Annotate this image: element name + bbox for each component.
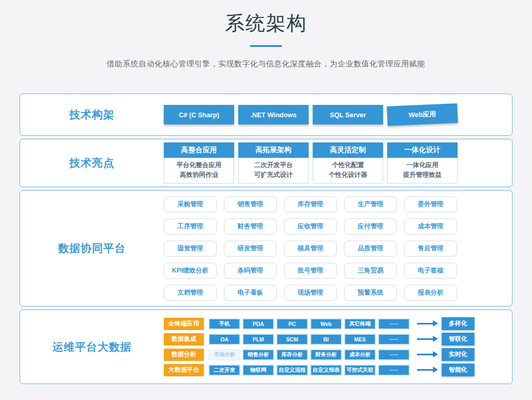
ops-row-analysis: 数据分析 市场分析 销售分析 库存分析 财务分析 成本分析 ····· 实时化 <box>164 348 474 361</box>
tech-button-web[interactable]: Web应用 <box>387 103 458 126</box>
highlight-card-line: 一体化应用 <box>388 160 457 170</box>
highlight-cards-row: 高整合应用 平台化整合应用 高效协同作业 高拓展架构 二次开发平台 可扩充式设计… <box>164 142 458 184</box>
module-pill-document[interactable]: 文档管理 <box>164 285 217 301</box>
ops-cell[interactable]: BI <box>310 334 342 345</box>
section-data-platform: 数据协同平台 采购管理 销售管理 库存管理 生产管理 委外管理 工序管理 财务管… <box>20 190 512 306</box>
ops-cell[interactable]: 自定义流程 <box>276 365 308 376</box>
highlight-card-line: 个性化设计器 <box>313 170 383 180</box>
section-label-data-platform: 数据协同平台 <box>20 241 164 256</box>
module-pill-report[interactable]: 报表分析 <box>404 285 457 301</box>
module-pill-warning[interactable]: 预警系统 <box>344 285 397 301</box>
ops-cell[interactable]: 自定义报表 <box>310 365 342 376</box>
module-pill-batch[interactable]: 批号管理 <box>284 263 337 279</box>
ops-tag: 大数据平台 <box>164 364 204 376</box>
module-pill-payable[interactable]: 应付管理 <box>344 219 397 234</box>
highlight-card: 一体化设计 一体化应用 提升管理效益 <box>387 142 458 184</box>
module-pill-barcode[interactable]: 条码管理 <box>224 263 277 279</box>
highlight-card-body: 个性化配置 个性化设计器 <box>313 158 383 184</box>
ops-cell[interactable]: 物联网 <box>242 365 274 376</box>
ops-cell[interactable]: 库存分析 <box>276 349 308 360</box>
highlight-card-title: 高灵活定制 <box>313 142 383 158</box>
tech-button-csharp[interactable]: C# (C Sharp) <box>164 105 234 124</box>
module-pill-kpi[interactable]: KPI绩效分析 <box>164 263 217 279</box>
section-label-highlights: 技术亮点 <box>20 156 164 170</box>
ops-rows: 全终端应用 手机 PDA PC Web 其它终端 ····· 多样化 数据集成 … <box>164 317 474 376</box>
ops-cell[interactable]: 财务分析 <box>310 349 342 360</box>
section-label-ops-bigdata: 运维平台大数据 <box>20 340 164 354</box>
ops-cell[interactable]: OA <box>208 334 240 345</box>
module-pill-cost[interactable]: 成本管理 <box>404 219 457 234</box>
section-ops-bigdata: 运维平台大数据 全终端应用 手机 PDA PC Web 其它终端 ····· 多… <box>20 310 512 384</box>
module-pill-mold[interactable]: 模具管理 <box>284 241 337 257</box>
section-tech-stack: 技术构架 C# (C Sharp) .NET Windows SQL Serve… <box>20 94 512 136</box>
ops-row-bigdata: 大数据平台 二次开发 物联网 自定义流程 自定义报表 可控式关联 ····· 智… <box>164 363 474 376</box>
highlight-card-title: 高拓展架构 <box>238 142 309 158</box>
ops-cell-faded[interactable]: 市场分析 <box>208 349 240 360</box>
section-label-tech-stack: 技术构架 <box>20 107 164 122</box>
highlight-card-body: 平台化整合应用 高效协同作业 <box>164 158 234 184</box>
highlight-card-line: 平台化整合应用 <box>164 160 234 170</box>
ops-cell[interactable]: PDA <box>242 318 274 330</box>
module-pill-triangle-trade[interactable]: 三角贸易 <box>344 263 397 279</box>
page-header: 系统架构 借助系统自动化核心管理引擎，实现数字化与信息化深度融合，为企业数值化管… <box>0 0 532 69</box>
ops-result-button[interactable]: 多样化 <box>442 317 474 330</box>
highlight-card-line: 个性化配置 <box>313 160 383 170</box>
ops-tag: 全终端应用 <box>164 318 204 330</box>
module-pill-process[interactable]: 工序管理 <box>164 219 217 234</box>
highlight-card: 高灵活定制 个性化配置 个性化设计器 <box>313 142 383 184</box>
highlight-card-body: 一体化应用 提升管理效益 <box>387 158 458 184</box>
module-pill-aftersales[interactable]: 售后管理 <box>404 241 457 257</box>
ops-cell-ellipsis: ····· <box>378 349 410 360</box>
ops-cell[interactable]: 其它终端 <box>344 318 376 330</box>
highlight-card: 高拓展架构 二次开发平台 可扩充式设计 <box>238 142 309 184</box>
module-pill-kanban[interactable]: 电子看板 <box>224 285 277 301</box>
right-arrow-icon <box>417 338 433 340</box>
ops-cell[interactable]: PC <box>276 318 308 330</box>
ops-tag: 数据集成 <box>164 333 204 346</box>
tech-button-sqlserver[interactable]: SQL Server <box>313 105 383 124</box>
highlight-card-title: 一体化设计 <box>387 142 458 158</box>
highlight-card: 高整合应用 平台化整合应用 高效协同作业 <box>164 142 234 184</box>
ops-cell-ellipsis: ····· <box>378 318 410 330</box>
ops-row-integration: 数据集成 OA PLM SCM BI MES ····· 智联化 <box>164 333 474 346</box>
module-pill-inventory[interactable]: 库存管理 <box>284 196 337 212</box>
ops-cell[interactable]: 手机 <box>208 318 240 330</box>
module-pill-finance[interactable]: 财务管理 <box>224 219 277 234</box>
section-highlights: 技术亮点 高整合应用 平台化整合应用 高效协同作业 高拓展架构 二次开发平台 可… <box>20 139 512 187</box>
module-grid: 采购管理 销售管理 库存管理 生产管理 委外管理 工序管理 财务管理 应收管理 … <box>164 196 457 301</box>
ops-cell[interactable]: SCM <box>276 334 308 345</box>
highlight-card-title: 高整合应用 <box>164 142 234 158</box>
module-pill-fixed-assets[interactable]: 固资管理 <box>164 241 217 257</box>
module-pill-sales[interactable]: 销售管理 <box>224 196 277 212</box>
right-arrow-icon <box>417 369 433 371</box>
ops-cell[interactable]: 销售分析 <box>242 349 274 360</box>
module-pill-rnd[interactable]: 研发管理 <box>224 241 277 257</box>
module-pill-quality[interactable]: 品质管理 <box>344 241 397 257</box>
ops-result-button[interactable]: 智联化 <box>442 333 474 346</box>
title-underline <box>250 45 282 47</box>
ops-cell[interactable]: Web <box>310 318 342 330</box>
highlight-card-line: 高效协同作业 <box>164 170 234 180</box>
module-pill-purchase[interactable]: 采购管理 <box>164 196 217 212</box>
ops-cell[interactable]: 可控式关联 <box>344 365 376 376</box>
tech-buttons-row: C# (C Sharp) .NET Windows SQL Server Web… <box>164 105 458 124</box>
ops-cell[interactable]: MES <box>344 334 376 345</box>
ops-tag: 数据分析 <box>164 349 204 361</box>
module-pill-site[interactable]: 现场管理 <box>284 285 337 301</box>
ops-cell[interactable]: PLM <box>242 334 274 345</box>
highlight-card-body: 二次开发平台 可扩充式设计 <box>238 158 309 184</box>
tech-button-dotnet[interactable]: .NET Windows <box>238 105 309 124</box>
module-pill-production[interactable]: 生产管理 <box>344 196 397 212</box>
page-subtitle: 借助系统自动化核心管理引擎，实现数字化与信息化深度融合，为企业数值化管理应用赋能 <box>0 59 532 69</box>
ops-cell[interactable]: 二次开发 <box>208 365 240 376</box>
highlight-card-line: 提升管理效益 <box>388 170 457 180</box>
ops-result-button[interactable]: 实时化 <box>442 348 474 361</box>
ops-cell[interactable]: 成本分析 <box>344 349 376 360</box>
module-pill-outsourcing[interactable]: 委外管理 <box>404 196 457 212</box>
ops-row-terminals: 全终端应用 手机 PDA PC Web 其它终端 ····· 多样化 <box>164 317 474 330</box>
page-title: 系统架构 <box>0 10 532 37</box>
ops-result-button[interactable]: 智能化 <box>442 363 474 376</box>
architecture-diagram: 技术构架 C# (C Sharp) .NET Windows SQL Serve… <box>0 94 532 384</box>
module-pill-receivable[interactable]: 应收管理 <box>284 219 337 234</box>
module-pill-esign[interactable]: 电子签核 <box>404 263 457 279</box>
